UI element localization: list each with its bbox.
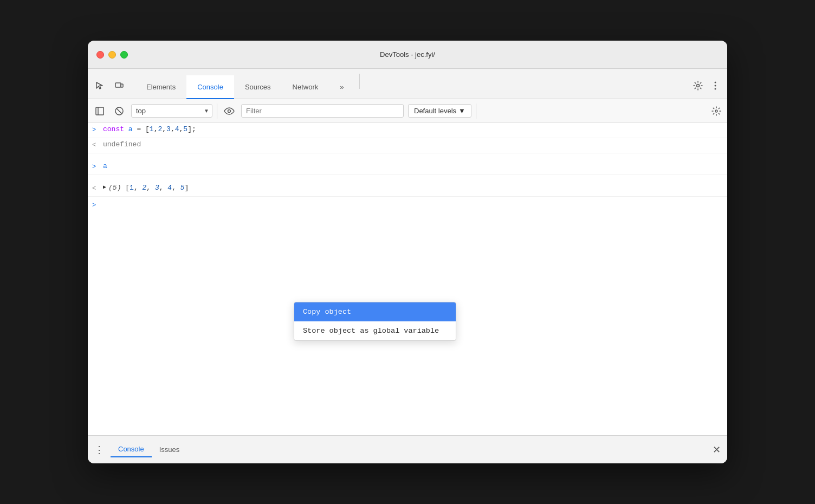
dropdown-arrow-icon: ▼ bbox=[458, 107, 465, 115]
toolbar-right bbox=[690, 78, 723, 99]
default-levels-button[interactable]: Default levels ▼ bbox=[408, 104, 471, 118]
toolbar-separator bbox=[217, 104, 217, 119]
traffic-lights bbox=[96, 51, 128, 59]
bottom-close-icon[interactable]: ✕ bbox=[713, 444, 721, 456]
tab-bar: Elements Console Sources Network » bbox=[88, 69, 727, 99]
svg-line-8 bbox=[117, 108, 122, 114]
svg-point-2 bbox=[715, 82, 716, 83]
tab-sources[interactable]: Sources bbox=[234, 75, 282, 99]
prompt-caret-icon: > bbox=[92, 202, 96, 209]
toolbar-separator-2 bbox=[476, 104, 476, 119]
input-arrow-2: > bbox=[92, 163, 99, 171]
settings-icon[interactable] bbox=[690, 78, 706, 93]
bottom-bar: ⋮ Console Issues ✕ bbox=[88, 435, 727, 463]
output-arrow-2: < bbox=[92, 185, 99, 192]
console-content: > const a = [ 1 , 2 , 3 , 4 , 5 ] ; < bbox=[88, 123, 727, 435]
console-line-4: < ▶ (5) [ 1 , 2 , 3 , 4 , 5 ] bbox=[88, 182, 727, 197]
title-bar: DevTools - jec.fyi/ bbox=[88, 41, 727, 69]
output-arrow-1: < bbox=[92, 141, 99, 149]
context-menu-store-global[interactable]: Store object as global variable bbox=[294, 321, 456, 340]
svg-rect-0 bbox=[115, 83, 121, 87]
svg-point-4 bbox=[715, 88, 716, 90]
context-menu: Copy object Store object as global varia… bbox=[294, 302, 456, 341]
close-button[interactable] bbox=[96, 51, 104, 59]
context-selector[interactable]: top ▼ bbox=[131, 104, 212, 118]
undefined-text: undefined bbox=[103, 140, 141, 148]
bottom-dots-icon[interactable]: ⋮ bbox=[94, 444, 104, 456]
eye-icon[interactable] bbox=[222, 104, 237, 119]
prompt-line: > bbox=[88, 197, 727, 214]
more-options-icon[interactable] bbox=[708, 78, 723, 93]
svg-rect-1 bbox=[121, 84, 123, 87]
tab-separator bbox=[359, 74, 360, 89]
context-select[interactable]: top bbox=[131, 104, 212, 118]
spacer-1 bbox=[88, 153, 727, 160]
code-a: a bbox=[103, 162, 107, 170]
spacer-2 bbox=[88, 175, 727, 182]
toolbar-left bbox=[92, 78, 135, 99]
array-length: (5) bbox=[108, 184, 125, 192]
maximize-button[interactable] bbox=[120, 51, 128, 59]
tab-console[interactable]: Console bbox=[186, 75, 234, 99]
console-line-2: < undefined bbox=[88, 138, 727, 153]
tab-network[interactable]: Network bbox=[282, 75, 329, 99]
code-content-1: const a = [ 1 , 2 , 3 , 4 , 5 ] ; bbox=[103, 125, 196, 133]
tab-elements[interactable]: Elements bbox=[135, 75, 186, 99]
svg-point-9 bbox=[228, 109, 231, 112]
sidebar-toggle-icon[interactable] bbox=[92, 104, 107, 119]
window-title: DevTools - jec.fyi/ bbox=[380, 50, 435, 59]
console-settings-icon[interactable] bbox=[710, 105, 723, 118]
console-toolbar: top ▼ Default levels ▼ bbox=[88, 99, 727, 123]
clear-console-icon[interactable] bbox=[112, 104, 127, 119]
devtools-window: DevTools - jec.fyi/ Elements Console So bbox=[88, 41, 727, 463]
context-menu-copy-object[interactable]: Copy object bbox=[294, 302, 456, 321]
expand-arrow-icon[interactable]: ▶ bbox=[103, 184, 106, 190]
minimize-button[interactable] bbox=[108, 51, 116, 59]
tab-more[interactable]: » bbox=[329, 75, 354, 99]
device-toolbar-icon[interactable] bbox=[112, 78, 127, 93]
input-arrow-1: > bbox=[92, 126, 99, 134]
console-line-1: > const a = [ 1 , 2 , 3 , 4 , 5 ] ; bbox=[88, 123, 727, 138]
inspect-icon[interactable] bbox=[92, 78, 107, 93]
svg-point-3 bbox=[715, 85, 716, 87]
svg-rect-5 bbox=[96, 107, 104, 115]
bottom-tab-issues[interactable]: Issues bbox=[152, 442, 187, 457]
console-line-3: > a bbox=[88, 160, 727, 175]
filter-input[interactable] bbox=[241, 104, 404, 118]
bottom-tab-console[interactable]: Console bbox=[111, 442, 152, 457]
